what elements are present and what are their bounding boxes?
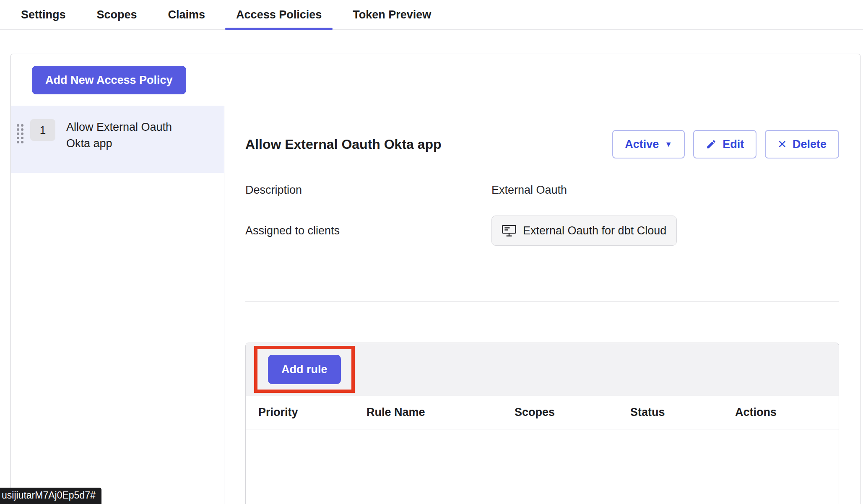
column-header-priority: Priority (246, 396, 367, 429)
rules-toolbar: Add rule (246, 343, 839, 396)
annotation-highlight-box: Add rule (254, 346, 355, 393)
delete-button[interactable]: ✕ Delete (765, 130, 839, 158)
policy-name: Allow External Oauth Okta app (66, 119, 190, 152)
status-dropdown-label: Active (625, 138, 659, 151)
policy-detail-header: Allow External Oauth Okta app Active ▼ E… (245, 130, 839, 158)
status-dropdown-button[interactable]: Active ▼ (612, 130, 685, 158)
policy-list-item[interactable]: 1 Allow External Oauth Okta app (11, 106, 224, 173)
tab-claims[interactable]: Claims (157, 0, 216, 29)
panel-body: 1 Allow External Oauth Okta app Allow Ex… (11, 106, 860, 504)
edit-button[interactable]: Edit (693, 130, 756, 158)
column-header-scopes: Scopes (515, 396, 630, 429)
delete-button-label: Delete (793, 138, 827, 151)
assigned-client-name: External Oauth for dbt Cloud (523, 224, 666, 237)
tab-access-policies[interactable]: Access Policies (225, 0, 333, 29)
tab-token-preview[interactable]: Token Preview (342, 0, 442, 29)
column-header-status: Status (630, 396, 735, 429)
assigned-to-clients-label: Assigned to clients (245, 224, 491, 237)
add-rule-button[interactable]: Add rule (268, 355, 341, 384)
description-value: External Oauth (491, 184, 839, 197)
tab-settings[interactable]: Settings (10, 0, 77, 29)
access-policies-panel: Add New Access Policy 1 Allow External O… (10, 54, 860, 504)
policy-title: Allow External Oauth Okta app (245, 137, 442, 152)
rules-table-header-row: Priority Rule Name Scopes Status Actions (246, 396, 839, 429)
policy-list-sidebar: 1 Allow External Oauth Okta app (11, 106, 224, 504)
status-bar-url: usijiutarM7Aj0Ep5d7# (0, 488, 101, 504)
edit-button-label: Edit (723, 138, 744, 151)
column-header-actions: Actions (735, 396, 839, 429)
description-label: Description (245, 184, 491, 197)
pencil-icon (706, 139, 717, 150)
close-icon: ✕ (777, 139, 787, 150)
policy-action-buttons: Active ▼ Edit ✕ Delete (612, 130, 839, 158)
add-new-access-policy-button[interactable]: Add New Access Policy (32, 66, 186, 94)
tab-bar: Settings Scopes Claims Access Policies T… (0, 0, 863, 30)
rules-table: Priority Rule Name Scopes Status Actions (246, 396, 839, 504)
drag-handle-icon[interactable] (17, 124, 23, 143)
policy-priority-badge: 1 (30, 119, 55, 141)
policy-detail-panel: Allow External Oauth Okta app Active ▼ E… (224, 106, 860, 504)
section-divider (245, 301, 839, 301)
assigned-client-chip: External Oauth for dbt Cloud (491, 216, 677, 246)
rules-table-empty-row (246, 429, 839, 504)
tab-scopes[interactable]: Scopes (86, 0, 148, 29)
panel-toolbar: Add New Access Policy (11, 54, 860, 106)
column-header-rule-name: Rule Name (367, 396, 515, 429)
chevron-down-icon: ▼ (665, 140, 672, 148)
computer-icon (502, 225, 516, 237)
policy-fields: Description External Oauth Assigned to c… (245, 184, 839, 246)
rules-section: Add rule Priority Rule Name Scopes Statu… (245, 343, 839, 504)
